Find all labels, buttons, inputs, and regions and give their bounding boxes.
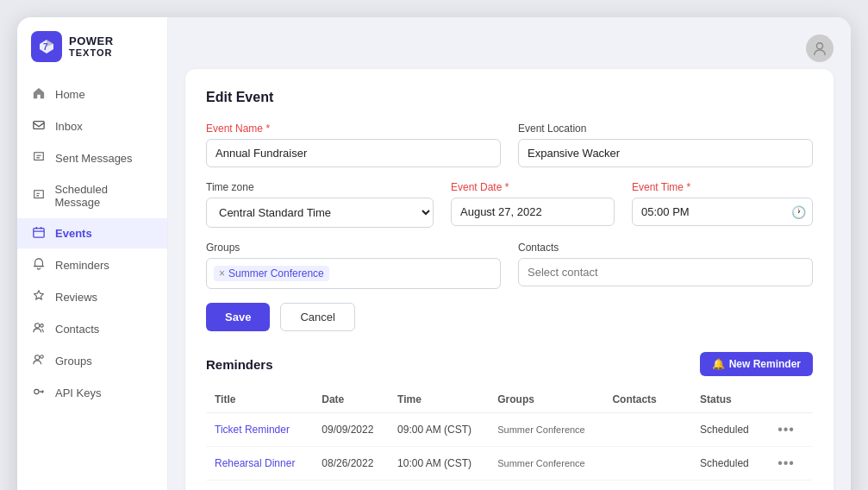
- logo-icon: 7: [31, 31, 62, 62]
- table-row: Ticket Reminder 09/09/2022 09:00 AM (CST…: [206, 413, 813, 447]
- sent-messages-icon: [31, 151, 47, 166]
- form-buttons: Save Cancel: [206, 303, 813, 331]
- sidebar-item-reminders[interactable]: Reminders: [17, 250, 167, 280]
- new-reminder-button[interactable]: 🔔 New Reminder: [700, 352, 813, 376]
- event-date-group: Event Date *: [451, 181, 615, 228]
- tag-remove[interactable]: ×: [219, 267, 225, 280]
- edit-event-card: Edit Event Event Name * Event Location T…: [185, 69, 834, 490]
- event-location-group: Event Location: [518, 122, 813, 167]
- reminders-icon: [31, 258, 47, 273]
- reminders-header: Reminders 🔔 New Reminder: [206, 352, 813, 376]
- cancel-button[interactable]: Cancel: [280, 303, 354, 331]
- reminder-date: 08/20/2022: [313, 481, 389, 491]
- event-time-group: Event Time * 🕐: [632, 181, 813, 228]
- logo: 7 POWER TEXTOR: [17, 31, 167, 79]
- sidebar-item-events[interactable]: Events: [17, 218, 167, 248]
- svg-point-8: [41, 355, 44, 359]
- svg-rect-3: [34, 122, 44, 129]
- event-time-wrap: 🕐: [632, 198, 813, 226]
- reminder-title-link[interactable]: Ticket Reminder: [215, 424, 290, 436]
- svg-point-10: [816, 43, 822, 49]
- svg-rect-4: [34, 229, 44, 238]
- sidebar-item-reviews-label: Reviews: [55, 291, 97, 304]
- home-icon: [31, 87, 47, 102]
- reminder-status: Scheduled: [691, 447, 764, 481]
- event-date-input[interactable]: [451, 198, 615, 226]
- group-tag: × Summer Conference: [214, 266, 329, 281]
- app-container: 7 POWER TEXTOR Home Inbox: [17, 17, 851, 490]
- col-groups: Groups: [489, 386, 603, 413]
- col-title: Title: [206, 386, 313, 413]
- svg-point-7: [35, 355, 40, 360]
- scheduled-message-icon: [31, 189, 47, 204]
- contacts-input[interactable]: [518, 258, 813, 286]
- api-keys-icon: [31, 386, 47, 400]
- svg-point-5: [35, 324, 40, 328]
- event-name-input[interactable]: [206, 139, 501, 167]
- col-time: Time: [389, 386, 489, 413]
- svg-point-6: [41, 324, 44, 328]
- reminder-title-link[interactable]: Rehearsal Dinner: [215, 457, 295, 469]
- col-status: Status: [691, 386, 764, 413]
- inbox-icon: [31, 119, 47, 134]
- reminder-status: Scheduled: [691, 413, 764, 447]
- contacts-icon: [31, 322, 47, 336]
- sidebar-item-inbox-label: Inbox: [55, 120, 83, 133]
- user-avatar[interactable]: [806, 35, 834, 62]
- logo-power: POWER: [69, 35, 114, 47]
- card-title: Edit Event: [206, 90, 813, 105]
- sidebar-item-scheduled-message[interactable]: Scheduled Message: [17, 175, 167, 217]
- col-actions: [764, 386, 813, 413]
- sidebar-item-home-label: Home: [55, 88, 85, 101]
- logo-text: POWER TEXTOR: [69, 35, 114, 58]
- more-options-button[interactable]: •••: [772, 454, 800, 473]
- reminder-status: Scheduled: [691, 481, 764, 491]
- reminder-time: 10:00 AM (CST): [389, 447, 489, 481]
- event-location-label: Event Location: [518, 122, 813, 135]
- reviews-icon: [31, 290, 47, 305]
- sidebar-item-inbox[interactable]: Inbox: [17, 111, 167, 141]
- timezone-select[interactable]: Central Standard Time: [206, 198, 434, 228]
- tag-label: Summer Conference: [228, 267, 324, 280]
- reminder-date: 09/09/2022: [313, 413, 389, 447]
- sidebar-item-groups[interactable]: Groups: [17, 346, 167, 376]
- sidebar: 7 POWER TEXTOR Home Inbox: [17, 17, 168, 490]
- form-row-1: Event Name * Event Location: [206, 122, 813, 167]
- groups-tag-input[interactable]: × Summer Conference: [206, 258, 501, 289]
- reminder-date: 08/26/2022: [313, 447, 389, 481]
- event-name-label: Event Name *: [206, 122, 501, 135]
- save-button[interactable]: Save: [206, 303, 270, 331]
- main-content: Edit Event Event Name * Event Location T…: [168, 17, 851, 490]
- top-bar: [185, 35, 834, 62]
- sidebar-item-reviews[interactable]: Reviews: [17, 282, 167, 312]
- sidebar-nav: Home Inbox Sent Messages Scheduled Messa…: [17, 79, 167, 408]
- groups-label: Groups: [206, 242, 501, 254]
- sidebar-item-home[interactable]: Home: [17, 79, 167, 110]
- sidebar-item-api-keys-label: API Keys: [55, 386, 101, 399]
- sidebar-item-contacts-label: Contacts: [55, 323, 99, 336]
- bell-icon: 🔔: [712, 358, 725, 370]
- event-time-label: Event Time *: [632, 181, 813, 193]
- reminders-title: Reminders: [206, 357, 273, 372]
- timezone-label: Time zone: [206, 181, 434, 193]
- sidebar-item-sent-label: Sent Messages: [55, 152, 133, 165]
- col-contacts: Contacts: [603, 386, 691, 413]
- reminder-group: Summer Conference: [497, 458, 585, 468]
- event-time-input[interactable]: [632, 198, 813, 226]
- event-location-input[interactable]: [518, 139, 813, 167]
- form-row-3: Groups × Summer Conference Contacts: [206, 242, 813, 289]
- form-row-2: Time zone Central Standard Time Event Da…: [206, 181, 813, 228]
- sidebar-item-sent-messages[interactable]: Sent Messages: [17, 143, 167, 173]
- reminder-time: 09:00 AM (CST): [389, 413, 489, 447]
- sidebar-item-contacts[interactable]: Contacts: [17, 314, 167, 344]
- contacts-label: Contacts: [518, 242, 813, 254]
- events-icon: [31, 226, 47, 241]
- contacts-group: Contacts: [518, 242, 813, 289]
- col-date: Date: [313, 386, 389, 413]
- reminders-table: Title Date Time Groups Contacts Status T…: [206, 386, 813, 490]
- more-options-button[interactable]: •••: [772, 420, 800, 439]
- svg-text:7: 7: [43, 42, 48, 52]
- sidebar-item-api-keys[interactable]: API Keys: [17, 378, 167, 408]
- reminder-time: 08:00 AM (CST): [389, 481, 489, 491]
- sidebar-item-scheduled-label: Scheduled Message: [55, 183, 154, 209]
